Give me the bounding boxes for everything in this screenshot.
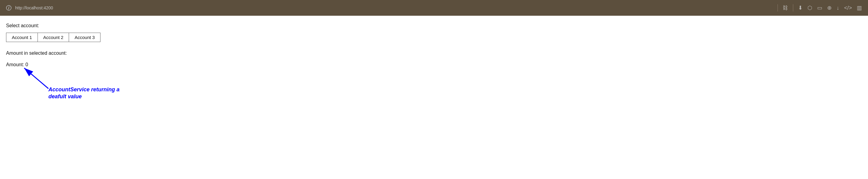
annotation-text: AccountService returning a deafult value xyxy=(49,86,121,100)
amount-in-account-label: Amount in selected account: xyxy=(6,50,862,56)
account-buttons-group: Account 1 Account 2 Account 3 xyxy=(6,33,862,42)
annotation-area: Amount: 0 AccountService returning a dea… xyxy=(6,62,862,116)
url-bar[interactable]: http://localhost:4200 xyxy=(15,5,53,10)
annotation-line2: deafult value xyxy=(49,94,82,100)
browser-bar-right: ⛓ ⬇ ⬡ ▭ ⊕ ↓ </> ▥ xyxy=(777,4,862,11)
inbox-icon[interactable]: ⬇ xyxy=(798,4,803,11)
account-3-button[interactable]: Account 3 xyxy=(69,33,100,42)
amount-value: Amount: 0 xyxy=(6,62,28,67)
select-account-label: Select account: xyxy=(6,23,862,28)
code-icon[interactable]: </> xyxy=(844,5,852,11)
download-icon[interactable]: ↓ xyxy=(837,5,839,11)
link-icon[interactable]: ⛓ xyxy=(783,5,788,11)
browser-bar-left: i http://localhost:4200 xyxy=(6,5,53,10)
browser-toolbar: i http://localhost:4200 ⛓ ⬇ ⬡ ▭ ⊕ ↓ </> … xyxy=(0,0,868,16)
account-1-button[interactable]: Account 1 xyxy=(6,33,37,42)
svg-line-1 xyxy=(24,68,49,88)
divider xyxy=(777,4,778,11)
camera-icon[interactable]: ⬡ xyxy=(807,4,812,11)
file-icon[interactable]: ▭ xyxy=(817,4,822,11)
main-content: Select account: Account 1 Account 2 Acco… xyxy=(0,16,868,124)
divider2 xyxy=(793,4,793,11)
sidebar-icon[interactable]: ▥ xyxy=(857,4,862,11)
annotation-line1: AccountService returning a xyxy=(49,86,120,93)
account-2-button[interactable]: Account 2 xyxy=(37,33,69,42)
info-icon: i xyxy=(6,5,11,10)
globe-icon[interactable]: ⊕ xyxy=(827,4,832,11)
